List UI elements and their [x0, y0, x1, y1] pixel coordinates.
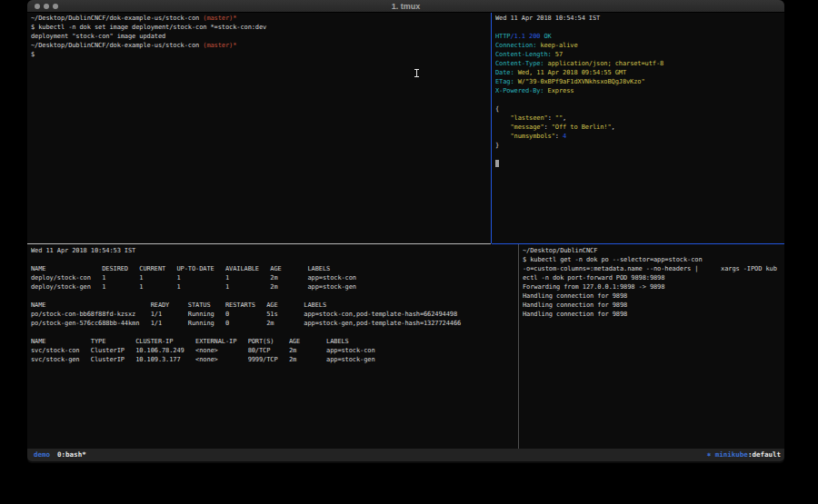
mouse-ibeam-cursor-icon — [414, 69, 420, 77]
terminal-line: X-Powered-By: Express — [495, 86, 783, 95]
terminal-line: ectl -n dok port-forward POD 9898:9898 — [523, 273, 783, 282]
terminal-line: ETag: W/"39-0xBPf9aF1dXVNkhsxoBQgJ8vKzo" — [495, 77, 783, 86]
pane-divider-horizontal-left[interactable] — [27, 243, 491, 244]
terminal-line: po/stock-con-bb68f88fd-kzsxz 1/1 Running… — [31, 310, 514, 319]
terminal-line — [31, 255, 514, 264]
zoom-button-icon[interactable] — [53, 4, 58, 9]
terminal-line — [495, 23, 783, 32]
window-tab-bash[interactable]: 0:bash* — [57, 450, 86, 459]
terminal-line: $ kubectl get -n dok po --selector=app=s… — [523, 255, 783, 264]
terminal-line: NAME DESIRED CURRENT UP-TO-DATE AVAILABL… — [31, 264, 514, 273]
window-title: 1. tmux — [27, 0, 784, 13]
pane-divider-horizontal-right-active[interactable] — [492, 243, 784, 244]
terminal-line: Wed 11 Apr 2018 10:54:54 IST — [495, 14, 783, 23]
terminal-line: deploy/stock-con 1 1 1 1 2m app=stock-co… — [31, 273, 514, 282]
text-cursor-block — [495, 160, 499, 167]
terminal-line: "numsymbols": 4 — [495, 132, 783, 141]
desktop-background: 1. tmux ~/Desktop/DublinCNCF/dok-example… — [0, 0, 818, 504]
terminal-line — [495, 150, 783, 159]
status-right: ⎈ minikube:default — [707, 449, 781, 461]
terminal-line: $ — [31, 50, 486, 59]
terminal-line: Content-Type: application/json; charset=… — [495, 59, 783, 68]
terminal-line: } — [495, 141, 783, 150]
kube-namespace: :default — [748, 450, 781, 459]
terminal-line: { — [495, 104, 783, 114]
terminal-line — [31, 292, 514, 301]
terminal-line: Wed 11 Apr 2018 10:54:53 IST — [31, 246, 514, 255]
terminal-line: "lastseen": "", — [495, 114, 783, 123]
terminal-line: -o=custom-columns=:metadata.name --no-he… — [523, 264, 783, 273]
terminal-line: NAME TYPE CLUSTER-IP EXTERNAL-IP PORT(S)… — [31, 337, 514, 346]
terminal-line: svc/stock-con ClusterIP 10.106.78.249 <n… — [31, 346, 514, 355]
terminal-line: Connection: keep-alive — [495, 41, 783, 50]
terminal-line: Handling connection for 9898 — [523, 292, 783, 301]
terminal-line: svc/stock-gen ClusterIP 10.109.3.177 <no… — [31, 355, 514, 364]
terminal-line: "message": "Off to Berlin!", — [495, 123, 783, 132]
window-titlebar[interactable]: 1. tmux — [27, 0, 784, 13]
pane-top-right-http-response[interactable]: Wed 11 Apr 2018 10:54:54 IST HTTP/1.1 20… — [495, 14, 783, 241]
terminal-line: deploy/stock-gen 1 1 1 1 2m app=stock-ge… — [31, 282, 514, 292]
minimize-button-icon[interactable] — [44, 4, 49, 9]
session-name[interactable]: demo — [34, 450, 50, 459]
close-button-icon[interactable] — [35, 4, 40, 9]
terminal-line: Handling connection for 9898 — [523, 310, 783, 319]
terminal-line: $ kubectl -n dok set image deployment/st… — [31, 23, 486, 32]
pane-bottom-right-port-forward[interactable]: ~/Desktop/DublinCNCF$ kubectl get -n dok… — [523, 246, 783, 447]
pane-divider-vertical-bottom[interactable] — [518, 244, 519, 449]
terminal-line: HTTP/1.1 200 OK — [495, 32, 783, 41]
terminal-line: ~/Desktop/DublinCNCF/dok-example-us/stoc… — [31, 14, 486, 23]
status-left: demo0:bash* — [34, 449, 86, 461]
terminal-line: Content-Length: 57 — [495, 50, 783, 59]
terminal-line: NAME READY STATUS RESTARTS AGE LABELS — [31, 301, 514, 310]
tmux-status-bar: demo0:bash* ⎈ minikube:default — [27, 449, 784, 461]
pane-top-left-shell[interactable]: ~/Desktop/DublinCNCF/dok-example-us/stoc… — [31, 14, 486, 241]
terminal-line: deployment "stock-con" image updated — [31, 32, 486, 41]
kube-context: minikube — [711, 450, 748, 459]
traffic-lights — [35, 4, 58, 9]
terminal-line: Date: Wed, 11 Apr 2018 09:54:55 GMT — [495, 68, 783, 77]
terminal-window: 1. tmux ~/Desktop/DublinCNCF/dok-example… — [27, 0, 784, 463]
terminal-line — [495, 95, 783, 104]
terminal-line: ~/Desktop/DublinCNCF — [523, 246, 783, 255]
pane-divider-vertical-top-active[interactable] — [491, 13, 492, 243]
terminal-line — [31, 328, 514, 337]
terminal-line: Handling connection for 9898 — [523, 301, 783, 310]
pane-bottom-left-kubectl-watch[interactable]: Wed 11 Apr 2018 10:54:53 IST NAME DESIRE… — [31, 246, 514, 447]
terminal-line — [495, 159, 783, 168]
terminal-line: Forwarding from 127.0.0.1:9898 -> 9898 — [523, 282, 783, 292]
terminal-line: po/stock-gen-576cc688bb-44kmn 1/1 Runnin… — [31, 319, 514, 328]
terminal-line: ~/Desktop/DublinCNCF/dok-example-us/stoc… — [31, 41, 486, 50]
